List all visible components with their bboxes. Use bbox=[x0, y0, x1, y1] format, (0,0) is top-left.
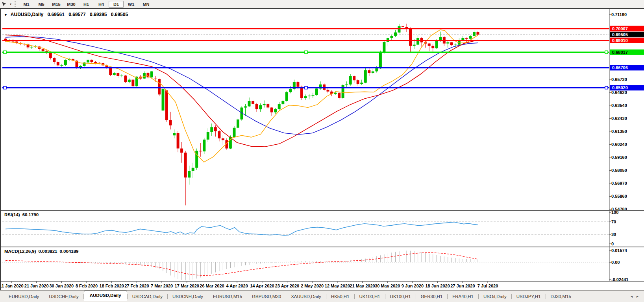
candle-body-up bbox=[281, 101, 284, 104]
candle-body-down bbox=[117, 73, 119, 76]
cursor-tool-dropdown-icon[interactable]: ▾ bbox=[9, 2, 13, 6]
hline-handle[interactable] bbox=[4, 87, 6, 89]
candle-body-up bbox=[237, 120, 239, 128]
panel-separator[interactable] bbox=[1, 210, 644, 211]
price-axis-label: 0.58050 bbox=[611, 168, 627, 173]
hline-handle[interactable] bbox=[305, 87, 307, 89]
chart-tab-UK100-H1[interactable]: UK100,H1 bbox=[355, 293, 385, 300]
candle-body-up bbox=[143, 73, 146, 78]
timeframe-button-M15[interactable]: M15 bbox=[49, 1, 64, 8]
hline-handle[interactable] bbox=[305, 51, 307, 53]
candle-body-down bbox=[327, 90, 329, 92]
hline-price-tag-label: 0.68017 bbox=[612, 50, 628, 55]
chart-tab-FRA40-H1[interactable]: FRA40,H1 bbox=[448, 293, 478, 300]
candle-body-down bbox=[296, 82, 299, 87]
candle-body-down bbox=[409, 29, 412, 46]
price-axis-label: 0.59160 bbox=[611, 155, 627, 160]
candle-body-down bbox=[169, 120, 172, 125]
panel-separator[interactable] bbox=[1, 281, 644, 282]
ohlc-close: 0.69505 bbox=[111, 12, 128, 17]
rsi-value: 60.1790 bbox=[22, 212, 39, 217]
candle-body-down bbox=[477, 32, 479, 35]
chart-tab-GBPUSD-M30[interactable]: GBPUSD,M30 bbox=[247, 293, 286, 300]
macd-indicator-label: MACD(12,26,9)0.0038210.004189 bbox=[4, 249, 78, 254]
candle-body-down bbox=[199, 151, 202, 152]
candle-body-down bbox=[353, 76, 355, 81]
timeframe-button-M30[interactable]: M30 bbox=[64, 1, 79, 8]
date-axis-label: 30 May 2020 bbox=[375, 284, 400, 288]
candle-body-up bbox=[120, 76, 123, 76]
chart-menu-icon[interactable]: ▼ bbox=[4, 13, 7, 17]
chart-tab-EURUSD-M15[interactable]: EURUSD,M15 bbox=[208, 293, 247, 300]
chart-window: 0.711900.679200.657300.646200.635400.624… bbox=[0, 8, 644, 290]
timeframe-button-D1[interactable]: D1 bbox=[109, 1, 124, 8]
timeframe-button-H1[interactable]: H1 bbox=[79, 1, 94, 8]
candle-body-up bbox=[60, 65, 63, 66]
chart-tab-USDJPY-H1[interactable]: USDJPY,H1 bbox=[512, 293, 546, 300]
toolbar-grip[interactable] bbox=[15, 1, 16, 7]
hline-handle[interactable] bbox=[4, 51, 6, 53]
candle-body-up bbox=[413, 45, 416, 46]
chart-tab-USDCNH-Daily[interactable]: USDCNH,Daily bbox=[168, 293, 208, 300]
candle-body-up bbox=[128, 80, 131, 82]
candle-body-up bbox=[461, 38, 464, 40]
candle-body-down bbox=[323, 85, 326, 90]
tab-scroll-right-icon[interactable]: ▸ bbox=[637, 294, 638, 298]
candle-body-down bbox=[368, 70, 370, 74]
chart-tab-AUDUSD-Daily[interactable]: AUDUSD,Daily bbox=[84, 291, 127, 301]
chart-tab-UK100-H1[interactable]: UK100,H1 bbox=[385, 293, 416, 300]
date-axis-label: 27 Feb 2020 bbox=[124, 284, 149, 288]
timeframe-button-H4[interactable]: H4 bbox=[94, 1, 109, 8]
timeframe-button-M1[interactable]: M1 bbox=[19, 1, 34, 8]
chart-canvas[interactable]: 0.711900.679200.657300.646200.635400.624… bbox=[1, 9, 644, 291]
price-axis-label: 0.61350 bbox=[611, 129, 627, 134]
chart-tab-HK50-H1[interactable]: HK50,H1 bbox=[326, 293, 354, 300]
chart-tab-DJ30-M15[interactable]: DJ30,M15 bbox=[546, 293, 576, 300]
candle-body-up bbox=[150, 72, 153, 77]
chart-tab-USDCAD-Daily[interactable]: USDCAD,Daily bbox=[128, 293, 167, 300]
macd-axis-label: 0.01574 bbox=[611, 248, 627, 253]
candle-body-down bbox=[184, 153, 187, 177]
price-axis-label: 0.62430 bbox=[611, 116, 627, 121]
chart-symbol-label: AUDUSD,Daily bbox=[11, 12, 43, 17]
date-axis-label: 7 Mar 2020 bbox=[151, 284, 173, 288]
candle-body-up bbox=[398, 26, 401, 33]
candle-body-up bbox=[278, 104, 281, 109]
candle-body-up bbox=[87, 60, 89, 63]
timeframe-button-W1[interactable]: W1 bbox=[124, 1, 139, 8]
panel-separator[interactable] bbox=[1, 247, 644, 247]
candle-body-up bbox=[372, 72, 374, 74]
candle-body-up bbox=[233, 128, 236, 137]
chart-tab-XAUUSD-Daily[interactable]: XAUUSD,Daily bbox=[286, 293, 326, 300]
candle-body-down bbox=[49, 53, 52, 58]
hline-price-tag-label: 0.69010 bbox=[612, 38, 628, 43]
ohlc-open: 0.69561 bbox=[48, 12, 65, 17]
price-axis-label: 0.64620 bbox=[611, 90, 627, 95]
timeframe-button-M5[interactable]: M5 bbox=[34, 1, 49, 8]
cursor-tool-icon[interactable] bbox=[0, 1, 8, 7]
candle-body-up bbox=[473, 32, 476, 36]
hline-handle[interactable] bbox=[605, 87, 608, 89]
candle-body-down bbox=[180, 149, 183, 153]
candle-body-up bbox=[173, 133, 176, 135]
date-axis-label: 27 Jun 2020 bbox=[450, 284, 475, 288]
chart-tab-USOil-Daily[interactable]: USOil,Daily bbox=[479, 293, 511, 300]
candle-body-up bbox=[263, 104, 266, 105]
hline-price-tag-label: 0.66706 bbox=[612, 65, 628, 70]
tab-scroll-left-icon[interactable]: ◂ bbox=[631, 294, 633, 298]
candle-body-up bbox=[345, 85, 348, 85]
rsi-name: RSI(14) bbox=[4, 212, 20, 217]
chart-tab-GER30-H1[interactable]: GER30,H1 bbox=[416, 293, 448, 300]
macd-axis-label: 0.00 bbox=[611, 260, 620, 265]
timeframe-button-MN[interactable]: MN bbox=[139, 1, 154, 8]
date-axis-label: 2 May 2020 bbox=[301, 284, 324, 288]
candle-body-down bbox=[177, 133, 180, 148]
date-axis-label: 18 Feb 2020 bbox=[100, 284, 124, 288]
trading-platform-window: ▾ M1M5M15M30H1H4D1W1MN 0.711900.679200.6… bbox=[0, 0, 644, 302]
candle-body-down bbox=[131, 80, 134, 87]
hline-handle[interactable] bbox=[605, 51, 608, 53]
candle-body-down bbox=[428, 44, 431, 46]
price-axis-label: 0.55860 bbox=[611, 194, 627, 199]
chart-tab-EURUSD-Daily[interactable]: EURUSD,Daily bbox=[4, 293, 44, 300]
chart-tab-USDCHF-Daily[interactable]: USDCHF,Daily bbox=[44, 293, 83, 300]
